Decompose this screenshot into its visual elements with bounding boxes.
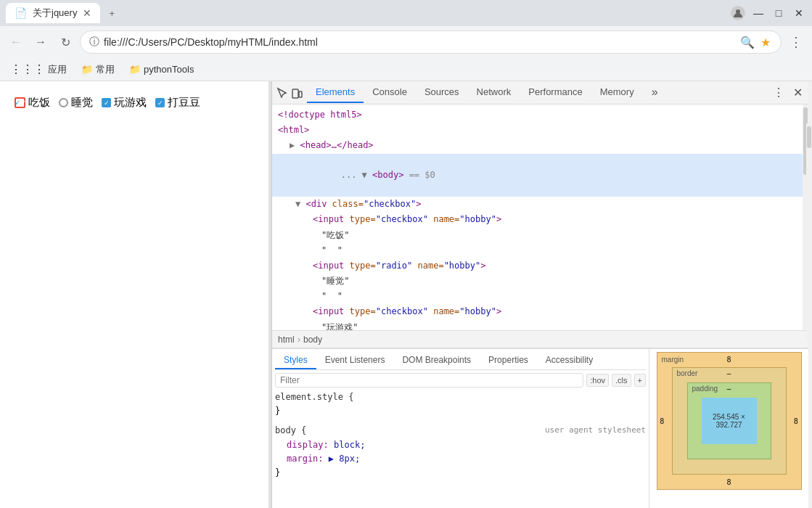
input1-type-val: "checkbox"	[376, 214, 428, 224]
head-tag: <head>…</head>	[300, 140, 373, 150]
devtools-more-button[interactable]: ⋮	[770, 84, 787, 101]
more-button[interactable]: ⋮	[786, 32, 806, 52]
input3-name-val: "hobby"	[459, 306, 496, 316]
html-line-text1: "吃饭"	[272, 228, 808, 243]
tab-close-button[interactable]: ✕	[83, 7, 91, 19]
address-bar[interactable]: ⓘ file:///C:/Users/PC/Desktop/myHTML/ind…	[80, 30, 782, 54]
html-line-doctype: <!doctype html5>	[272, 107, 808, 123]
input3-close: >	[496, 306, 501, 316]
checkbox-wanyouxi-input[interactable]: ✓	[102, 98, 111, 107]
input2-name-attr: name=	[412, 261, 443, 271]
title-bar-left: 📄 关于jquery ✕ +	[6, 3, 120, 23]
tab-console[interactable]: Console	[364, 82, 416, 103]
bookmarks-bar: ⋮⋮⋮ 应用 📁 常用 📁 pythonTools	[0, 58, 812, 81]
pythontools-label: pythonTools	[144, 64, 194, 75]
bookmark-button[interactable]: ★	[759, 34, 772, 51]
close-button[interactable]: ✕	[792, 6, 806, 20]
folder-icon-2: 📁	[129, 64, 141, 75]
checkbox-chifan[interactable]: ✓ 吃饭	[15, 96, 50, 110]
div-close: >	[416, 199, 421, 209]
styles-tab-styles[interactable]: Styles	[275, 352, 316, 369]
elements-panel: <!doctype html5> <html> ▶ <head>…</head>…	[272, 105, 808, 508]
html-line-head: ▶ <head>…</head>	[272, 138, 808, 153]
search-button[interactable]: 🔍	[739, 34, 756, 51]
css-margin-prop: margin: ▶ 8px;	[275, 452, 646, 466]
styles-tab-accessibility[interactable]: Accessibility	[537, 352, 602, 369]
display-prop-name: display:	[287, 440, 329, 450]
radio-shuijiao[interactable]: 睡觉	[59, 96, 93, 110]
user-icon[interactable]	[731, 6, 745, 20]
active-tab[interactable]: 📄 关于jquery ✕	[6, 3, 100, 23]
styles-panel: Styles Event Listeners DOM Breakpoints P…	[272, 348, 808, 508]
tab-network[interactable]: Network	[468, 82, 520, 103]
styles-panel-tabs: Styles Event Listeners DOM Breakpoints P…	[275, 352, 646, 370]
checkbox-chifan-input[interactable]: ✓	[15, 97, 25, 108]
user-agent-comment: user agent stylesheet	[545, 424, 646, 437]
input2-name-val: "hobby"	[444, 261, 481, 271]
html-line-html: <html>	[272, 123, 808, 138]
html-line-text2: " "	[272, 243, 808, 258]
maximize-button[interactable]: □	[771, 6, 786, 20]
back-button[interactable]: ←	[6, 32, 26, 52]
dadoudou-label: 打豆豆	[168, 96, 200, 110]
breadcrumb-sep: ›	[298, 334, 300, 345]
breadcrumb-body[interactable]: body	[303, 335, 322, 345]
tab-sources[interactable]: Sources	[416, 82, 468, 103]
html-line-div: ▼ <div class="checkbox">	[272, 197, 808, 212]
input1-name-val: "hobby"	[459, 214, 496, 224]
checkbox-dadoudou-input[interactable]: ✓	[155, 98, 165, 107]
minimize-button[interactable]: —	[751, 6, 766, 20]
radio-shuijiao-input[interactable]	[59, 98, 68, 107]
breadcrumb-html[interactable]: html	[278, 335, 295, 345]
hov-button[interactable]: :hov	[586, 374, 609, 387]
padding-label: padding	[692, 385, 718, 393]
margin-right-value: 8	[794, 417, 798, 425]
css-body-close: }	[275, 466, 646, 480]
text2: " "	[321, 245, 343, 255]
bookmark-pythontools[interactable]: 📁 pythonTools	[125, 62, 198, 76]
add-cls-button[interactable]: +	[634, 374, 646, 387]
bookmark-apps[interactable]: ⋮⋮⋮ 应用	[6, 61, 71, 78]
tab-elements[interactable]: Elements	[307, 82, 364, 103]
checkbox-wanyouxi[interactable]: ✓ 玩游戏	[102, 96, 147, 110]
device-toolbar-icon[interactable]	[290, 86, 304, 100]
input1-type-attr: type=	[350, 214, 376, 224]
bookmark-common[interactable]: 📁 常用	[77, 62, 119, 78]
reload-button[interactable]: ↻	[55, 32, 75, 52]
styles-tab-event-listeners[interactable]: Event Listeners	[316, 352, 394, 369]
html-line-body[interactable]: ... ▼ <body> == $0	[272, 154, 808, 197]
tab-favicon: 📄	[15, 7, 27, 19]
forward-button[interactable]: →	[30, 32, 51, 52]
cls-button[interactable]: .cls	[612, 374, 631, 387]
tab-more[interactable]: »	[643, 81, 667, 105]
devtools-scrollbar[interactable]	[806, 123, 812, 341]
input3-type-val: "checkbox"	[376, 306, 428, 316]
filter-input[interactable]	[275, 373, 583, 388]
styles-tab-dom-breakpoints[interactable]: DOM Breakpoints	[393, 352, 480, 369]
html-tag: <html>	[278, 125, 309, 135]
styles-tab-properties[interactable]: Properties	[480, 352, 537, 369]
common-label: 常用	[96, 63, 115, 76]
devtools-scrollbar-thumb-top[interactable]	[807, 126, 811, 148]
text5: "玩游戏"	[321, 322, 358, 330]
styles-left: Styles Event Listeners DOM Breakpoints P…	[272, 349, 649, 508]
tab-performance[interactable]: Performance	[520, 82, 591, 103]
folder-icon-1: 📁	[81, 64, 93, 75]
wanyouxi-label: 玩游戏	[114, 96, 147, 110]
styles-right-box-model: margin 8 8 8 8 border –	[649, 349, 808, 508]
body-close-brace: }	[275, 467, 280, 478]
element-picker-icon[interactable]	[275, 86, 290, 100]
input3-tag: <input	[313, 306, 350, 316]
css-display-prop: display: block;	[275, 438, 646, 452]
body-selector-text: body {	[275, 425, 306, 435]
devtools-actions: ⋮ ✕	[770, 84, 805, 101]
html-line-text4: " "	[272, 289, 808, 304]
css-rule-element-selector: element.style {	[275, 390, 646, 404]
css-rule-element-style: element.style { }	[275, 390, 646, 418]
margin-bottom-value: 8	[727, 478, 731, 486]
devtools-close-button[interactable]: ✕	[790, 84, 805, 101]
div-arrow: ▼	[295, 199, 305, 209]
new-tab-button[interactable]: +	[103, 5, 120, 22]
checkbox-dadoudou[interactable]: ✓ 打豆豆	[155, 96, 200, 110]
tab-memory[interactable]: Memory	[591, 82, 643, 103]
